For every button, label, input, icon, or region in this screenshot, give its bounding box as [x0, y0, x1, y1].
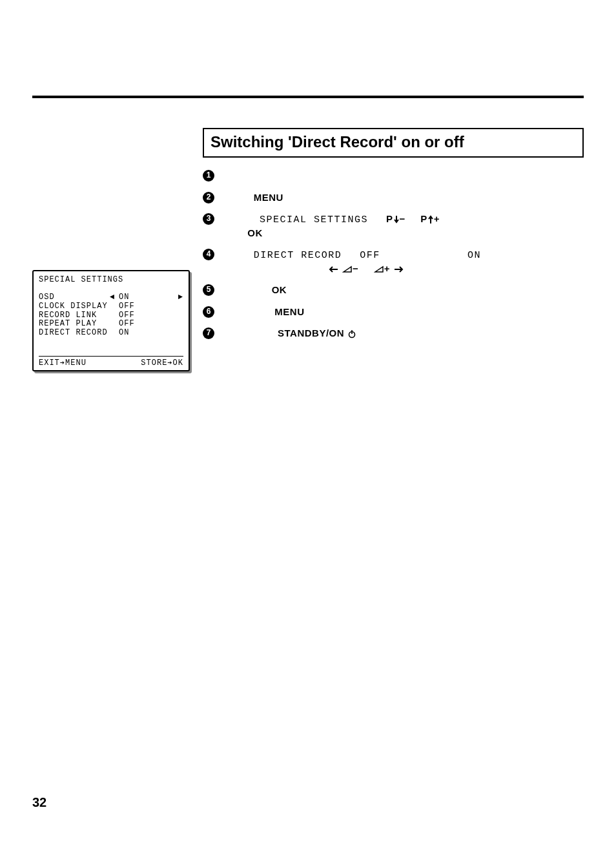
osd-row-label: RECORD LINK [39, 311, 110, 320]
step-text: MENU [223, 191, 283, 204]
right-column: Switching 'Direct Record' on or off 1 2 … [199, 128, 584, 349]
standby-button-label: STANDBY/ON [278, 327, 344, 338]
osd-row: REPEAT PLAY OFF [39, 320, 183, 329]
menu-button-label: MENU [274, 306, 304, 317]
triangle-right-icon [374, 265, 384, 274]
step-bullet-icon: 3 [203, 213, 214, 225]
osd-row: CLOCK DISPLAY OFF [39, 302, 183, 311]
osd-row-value: ON [119, 293, 138, 302]
step-6: 6 MENU [203, 306, 584, 318]
osd-row-label: CLOCK DISPLAY [39, 302, 110, 311]
section-heading: Switching 'Direct Record' on or off [210, 133, 464, 151]
osd-footer-left: EXIT➔MENU [39, 358, 87, 368]
triangle-left-icon [342, 265, 353, 274]
step-4: 4 DIRECT RECORD OFF ON [203, 248, 584, 275]
menu-button-label: MENU [254, 192, 283, 203]
osd-row-label: OSD [39, 293, 110, 302]
left-arrow-icon [329, 265, 339, 274]
step-bullet-icon: 1 [203, 170, 214, 182]
ok-button-label: OK [247, 227, 263, 238]
right-arrow-icon [393, 265, 404, 274]
step-text: OK [223, 284, 287, 296]
osd-row-label: DIRECT RECORD [39, 329, 110, 338]
step-text [223, 169, 227, 182]
osd-row-value: OFF [119, 320, 138, 329]
osd-row: RECORD LINK OFF [39, 311, 183, 320]
ok-button-label: OK [272, 284, 287, 295]
right-arrow-icon: ► [138, 293, 183, 302]
step-bullet-icon: 5 [203, 284, 214, 296]
two-column-layout: SPECIAL SETTINGS OSD ◄ ON ► CLOCK DISPLA… [32, 128, 584, 371]
osd-row-value: OFF [119, 302, 138, 311]
step-5: 5 OK [203, 284, 584, 296]
osd-menu-name: SPECIAL SETTINGS [260, 214, 368, 225]
osd-item-name: DIRECT RECORD [254, 250, 342, 261]
step-bullet-icon: 7 [203, 327, 214, 339]
step-text: DIRECT RECORD OFF ON − [223, 248, 481, 275]
step-1: 1 [203, 169, 584, 182]
step-bullet-icon: 2 [203, 192, 214, 203]
down-arrow-icon [393, 215, 400, 224]
power-icon [347, 329, 356, 338]
step-text: SPECIAL SETTINGS P− P+ OK [223, 213, 440, 239]
value-on: ON [467, 250, 481, 261]
top-divider [32, 96, 584, 98]
left-arrow-icon: ◄ [110, 293, 119, 302]
up-arrow-icon [427, 215, 434, 224]
osd-footer: EXIT➔MENU STORE➔OK [39, 358, 183, 368]
osd-footer-right: STORE➔OK [141, 358, 183, 368]
step-text: MENU [223, 306, 305, 318]
osd-row: DIRECT RECORD ON [39, 329, 183, 338]
step-text: STANDBY/ON [223, 327, 356, 340]
section-heading-box: Switching 'Direct Record' on or off [203, 128, 584, 158]
step-2: 2 MENU [203, 191, 584, 204]
p-down-label: P [386, 213, 393, 224]
left-column: SPECIAL SETTINGS OSD ◄ ON ► CLOCK DISPLA… [32, 128, 199, 371]
step-3: 3 SPECIAL SETTINGS P− P+ OK [203, 213, 584, 239]
osd-rows: OSD ◄ ON ► CLOCK DISPLAY OFF RECOR [39, 293, 183, 338]
osd-row-value: ON [119, 329, 138, 338]
osd-screenshot: SPECIAL SETTINGS OSD ◄ ON ► CLOCK DISPLA… [32, 270, 190, 371]
osd-divider [39, 356, 183, 357]
osd-row-label: REPEAT PLAY [39, 320, 110, 329]
page-number: 32 [32, 795, 46, 810]
p-up-label: P [420, 213, 427, 224]
osd-title: SPECIAL SETTINGS [39, 275, 183, 284]
step-bullet-icon: 4 [203, 249, 214, 260]
step-bullet-icon: 6 [203, 306, 214, 318]
step-7: 7 STANDBY/ON [203, 327, 584, 340]
value-off: OFF [360, 250, 380, 261]
content-area: SPECIAL SETTINGS OSD ◄ ON ► CLOCK DISPLA… [32, 128, 584, 371]
page: SPECIAL SETTINGS OSD ◄ ON ► CLOCK DISPLA… [0, 0, 616, 841]
osd-row-value: OFF [119, 311, 138, 320]
osd-row: OSD ◄ ON ► [39, 293, 183, 302]
